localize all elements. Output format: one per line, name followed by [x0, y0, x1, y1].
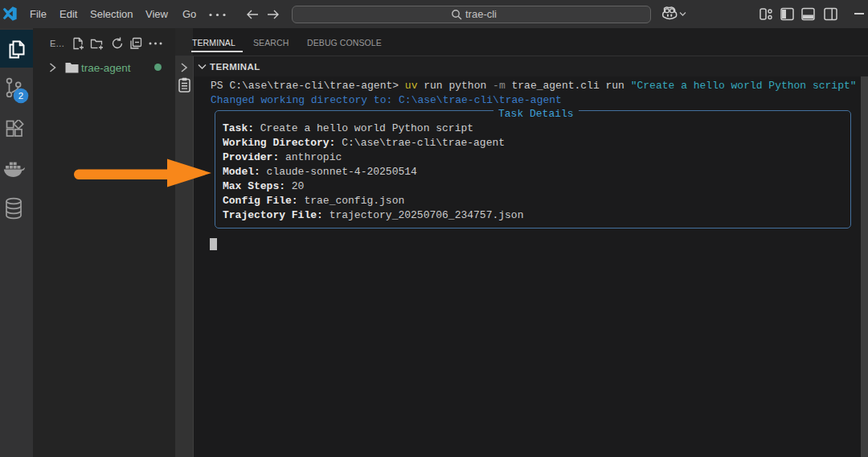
svg-text:2: 2 — [18, 91, 23, 101]
